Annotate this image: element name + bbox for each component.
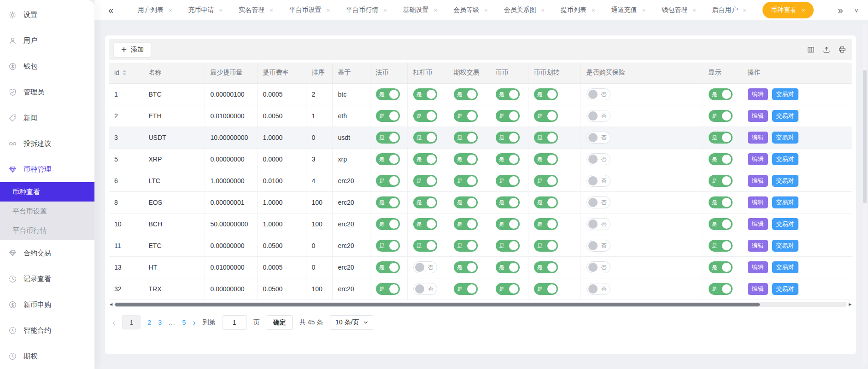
- tab-deposit-apply[interactable]: 充币申请×: [188, 6, 223, 14]
- tabs-collapse-icon[interactable]: ∨: [851, 6, 862, 14]
- scroll-left-arrow-icon[interactable]: ◀: [109, 303, 113, 306]
- export-button[interactable]: [822, 45, 831, 54]
- transfer-toggle-on[interactable]: 是: [534, 110, 558, 122]
- visible-toggle-on[interactable]: 是: [709, 88, 733, 100]
- trading-pair-button[interactable]: 交易对: [772, 110, 798, 122]
- options-toggle-on[interactable]: 是: [454, 132, 478, 144]
- tab-platform-coin-settings[interactable]: 平台币设置×: [289, 6, 330, 14]
- insurance-toggle-off[interactable]: 否: [586, 132, 610, 144]
- insurance-toggle-off[interactable]: 否: [586, 175, 610, 187]
- transfer-toggle-on[interactable]: 是: [534, 283, 558, 295]
- visible-toggle-on[interactable]: 是: [709, 153, 733, 165]
- coin-toggle-on[interactable]: 是: [496, 153, 520, 165]
- leverage-toggle-off[interactable]: 否: [413, 261, 437, 273]
- tab-channel-recharge[interactable]: 通道充值×: [611, 6, 646, 14]
- sidebar-item-users[interactable]: 用户: [0, 28, 94, 53]
- visible-toggle-on[interactable]: 是: [709, 196, 733, 208]
- tabs-scroll-right-icon[interactable]: »: [838, 6, 843, 15]
- sort-icon[interactable]: [122, 69, 127, 76]
- insurance-toggle-off[interactable]: 否: [586, 218, 610, 230]
- transfer-toggle-on[interactable]: 是: [534, 218, 558, 230]
- edit-button[interactable]: 编辑: [748, 261, 768, 273]
- tab-basic-settings[interactable]: 基础设置×: [403, 6, 438, 14]
- sidebar-item-feedback[interactable]: 投拆建议: [0, 131, 94, 156]
- insurance-toggle-off[interactable]: 否: [586, 283, 610, 295]
- leverage-toggle-on[interactable]: 是: [413, 240, 437, 252]
- tab-platform-coin-market[interactable]: 平台币行情×: [346, 6, 387, 14]
- tab-close-icon[interactable]: ×: [484, 7, 488, 13]
- visible-toggle-on[interactable]: 是: [709, 261, 733, 273]
- leverage-toggle-on[interactable]: 是: [413, 175, 437, 187]
- options-toggle-on[interactable]: 是: [454, 218, 478, 230]
- sidebar-item-smart-contract[interactable]: 智能合约: [0, 317, 94, 343]
- insurance-toggle-off[interactable]: 否: [586, 153, 610, 165]
- trading-pair-button[interactable]: 交易对: [772, 240, 798, 252]
- coin-toggle-on[interactable]: 是: [496, 196, 520, 208]
- edit-button[interactable]: 编辑: [748, 88, 768, 100]
- sidebar-subitem-platform-coin-market[interactable]: 平台币行情: [0, 221, 94, 240]
- coin-toggle-on[interactable]: 是: [496, 88, 520, 100]
- fiat-toggle-on[interactable]: 是: [376, 240, 400, 252]
- tab-close-icon[interactable]: ×: [802, 7, 805, 13]
- page-jump-input[interactable]: [223, 315, 246, 330]
- tab-close-icon[interactable]: ×: [743, 7, 747, 13]
- page-scrollbar-thumb[interactable]: [863, 70, 867, 203]
- tab-coin-view[interactable]: 币种查看×: [762, 2, 814, 18]
- tab-close-icon[interactable]: ×: [383, 7, 387, 13]
- tab-withdraw-list[interactable]: 提币列表×: [561, 6, 595, 14]
- transfer-toggle-on[interactable]: 是: [534, 88, 558, 100]
- leverage-toggle-off[interactable]: 否: [413, 283, 437, 295]
- insurance-toggle-off[interactable]: 否: [586, 196, 610, 208]
- coin-toggle-on[interactable]: 是: [496, 283, 520, 295]
- options-toggle-on[interactable]: 是: [454, 196, 478, 208]
- leverage-toggle-on[interactable]: 是: [413, 132, 437, 144]
- tab-close-icon[interactable]: ×: [541, 7, 545, 13]
- tab-member-level[interactable]: 会员等级×: [453, 6, 488, 14]
- sidebar-item-new-coin-subscribe[interactable]: 新币申购: [0, 292, 94, 317]
- coin-toggle-on[interactable]: 是: [496, 240, 520, 252]
- transfer-toggle-on[interactable]: 是: [534, 261, 558, 273]
- tab-close-icon[interactable]: ×: [434, 7, 438, 13]
- next-page-icon[interactable]: ›: [193, 318, 195, 327]
- tab-close-icon[interactable]: ×: [692, 7, 696, 13]
- page-size-select[interactable]: 10 条/页: [330, 315, 373, 330]
- fiat-toggle-on[interactable]: 是: [376, 175, 400, 187]
- leverage-toggle-on[interactable]: 是: [413, 110, 437, 122]
- edit-button[interactable]: 编辑: [748, 240, 768, 252]
- edit-button[interactable]: 编辑: [748, 153, 768, 165]
- tab-close-icon[interactable]: ×: [327, 7, 330, 13]
- page-number-link[interactable]: 2: [147, 319, 151, 326]
- page-number-link[interactable]: 5: [182, 319, 186, 326]
- visible-toggle-on[interactable]: 是: [709, 175, 733, 187]
- scroll-right-arrow-icon[interactable]: ▶: [848, 303, 852, 306]
- page-scrollbar[interactable]: [863, 24, 867, 364]
- sidebar-subitem-coin-view[interactable]: 币种查看: [0, 182, 94, 202]
- tab-user-list[interactable]: 用户列表×: [138, 6, 172, 14]
- prev-page-icon[interactable]: ‹: [112, 318, 115, 327]
- sidebar-item-record-view[interactable]: 记录查看: [0, 266, 94, 292]
- trading-pair-button[interactable]: 交易对: [772, 261, 798, 273]
- transfer-toggle-on[interactable]: 是: [534, 132, 558, 144]
- edit-button[interactable]: 编辑: [748, 283, 768, 295]
- options-toggle-on[interactable]: 是: [454, 88, 478, 100]
- sidebar-item-coin-manage[interactable]: 币种管理: [0, 156, 94, 182]
- sidebar-item-news[interactable]: 新闻: [0, 105, 94, 131]
- visible-toggle-on[interactable]: 是: [709, 132, 733, 144]
- coin-toggle-on[interactable]: 是: [496, 261, 520, 273]
- insurance-toggle-off[interactable]: 否: [586, 110, 610, 122]
- insurance-toggle-off[interactable]: 否: [586, 240, 610, 252]
- fiat-toggle-on[interactable]: 是: [376, 88, 400, 100]
- sidebar-item-admins[interactable]: 管理员: [0, 79, 94, 105]
- options-toggle-on[interactable]: 是: [454, 283, 478, 295]
- visible-toggle-on[interactable]: 是: [709, 240, 733, 252]
- edit-button[interactable]: 编辑: [748, 196, 768, 208]
- options-toggle-on[interactable]: 是: [454, 261, 478, 273]
- sidebar-item-contract-trade[interactable]: 合约交易: [0, 240, 94, 266]
- fiat-toggle-on[interactable]: 是: [376, 283, 400, 295]
- sidebar-item-options[interactable]: 期权: [0, 343, 94, 369]
- tab-close-icon[interactable]: ×: [270, 7, 273, 13]
- fiat-toggle-on[interactable]: 是: [376, 261, 400, 273]
- edit-button[interactable]: 编辑: [748, 218, 768, 230]
- options-toggle-on[interactable]: 是: [454, 153, 478, 165]
- edit-button[interactable]: 编辑: [748, 110, 768, 122]
